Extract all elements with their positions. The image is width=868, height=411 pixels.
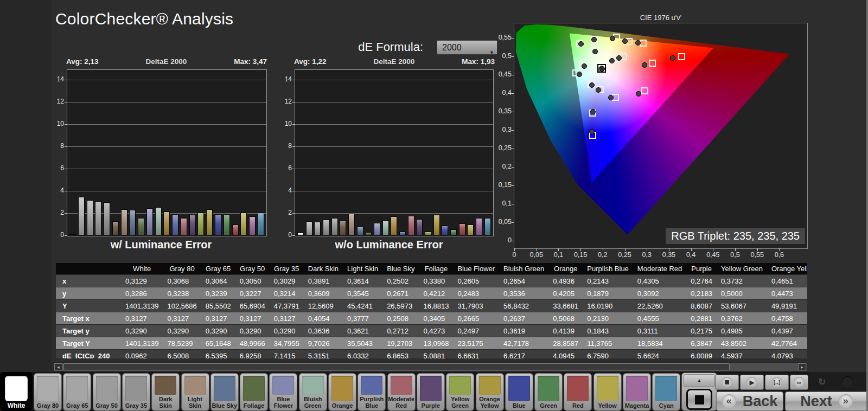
- table-cell: 0,1879: [583, 287, 633, 300]
- swatch-yellow-green[interactable]: Yellow Green: [446, 373, 474, 411]
- cie-x-tick-mark: [537, 248, 537, 251]
- table-cell: 85,5502: [201, 300, 235, 312]
- swatch-green[interactable]: Green: [534, 373, 563, 411]
- swatch-purple[interactable]: Purple: [417, 373, 445, 411]
- swatch-color-chip: [626, 376, 648, 401]
- table-cell: 0,3609: [304, 287, 343, 300]
- scrollbar-thumb[interactable]: [63, 363, 730, 370]
- table-cell: 65,1648: [201, 337, 235, 350]
- y-tick-label: 4: [280, 187, 292, 194]
- table-cell: 0,2881: [686, 312, 717, 325]
- measurement-table-wrap: WhiteGray 80Gray 65Gray 50Gray 35Dark Sk…: [56, 263, 807, 358]
- scroll-right-button[interactable]: ▸: [798, 363, 806, 370]
- table-cell: 34,7955: [270, 337, 304, 350]
- bar-blue-flower: [146, 208, 153, 235]
- swatch-gray-50[interactable]: Gray 50: [93, 373, 121, 411]
- row-label: Target Y: [56, 337, 121, 350]
- swatch-blue-sky[interactable]: Blue Sky: [210, 373, 239, 411]
- swatch-label: Orange Yellow: [476, 396, 503, 410]
- swatch-magenta[interactable]: Magenta: [623, 373, 651, 411]
- table-cell: 12,5609: [304, 300, 343, 312]
- swatch-color-chip: [449, 376, 471, 395]
- y-tick-label: 4: [52, 187, 64, 194]
- table-cell: 18,5834: [633, 337, 686, 350]
- swatch-blue-flower[interactable]: Blue Flower: [269, 373, 297, 411]
- swatch-orange-yellow[interactable]: Orange Yellow: [476, 373, 504, 411]
- y-tick-mark: [65, 80, 67, 80]
- bar-dark-skin: [112, 221, 119, 235]
- bar-cyan: [258, 213, 264, 235]
- row-label: x: [56, 275, 121, 287]
- swatch-white[interactable]: White: [0, 372, 33, 411]
- swatch-color-chip: [184, 376, 206, 395]
- table-cell: 23,5175: [453, 337, 499, 350]
- bar-foliage: [138, 218, 144, 235]
- cie-x-tick-label: 0,25: [613, 251, 637, 259]
- swatch-blue[interactable]: Blue: [505, 373, 533, 411]
- measured-marker-magenta: [636, 91, 641, 97]
- table-cell: 0,3092: [633, 287, 686, 300]
- table-cell: 0,3732: [717, 275, 767, 287]
- loop-button[interactable]: ∞: [790, 375, 808, 390]
- bar-light-skin: [348, 214, 355, 235]
- swatch-light-skin[interactable]: Light Skin: [181, 373, 209, 411]
- table-cell: 0,0962: [121, 350, 163, 359]
- table-cell: 42,7764: [767, 337, 807, 350]
- swatch-purplish-blue[interactable]: Purplish Blue: [358, 373, 386, 411]
- de-formula-dropdown[interactable]: 2000 ▼: [437, 40, 497, 55]
- next-button[interactable]: Next »: [785, 391, 868, 411]
- swatch-red[interactable]: Red: [564, 373, 592, 411]
- cie-title: CIE 1976 u'v': [514, 14, 807, 22]
- pattern-window-button[interactable]: [686, 389, 712, 410]
- play-button[interactable]: ▶: [740, 375, 764, 390]
- table-cell: 0,3405: [419, 312, 453, 325]
- table-cell: 0,3290: [121, 325, 163, 337]
- swatch-gray-35[interactable]: Gray 35: [122, 373, 150, 411]
- swatch-orange[interactable]: Orange: [328, 373, 356, 411]
- swatch-bluish-green[interactable]: Bluish Green: [299, 373, 327, 411]
- table-cell: 8,6087: [686, 300, 717, 312]
- table-cell: 0,2671: [382, 287, 419, 300]
- table-cell: 0,2175: [686, 325, 717, 337]
- column-header-bluish-green: Bluish Green: [499, 263, 548, 275]
- column-header-yellow-green: Yellow Green: [717, 263, 767, 275]
- target-marker-orange: [640, 40, 647, 47]
- stop-button[interactable]: [715, 375, 739, 390]
- swatch-gray-80[interactable]: Gray 80: [34, 373, 62, 411]
- table-scrollbar[interactable]: ◂ ▸: [53, 362, 807, 371]
- y-tick-label: 2: [280, 209, 292, 216]
- swatch-label: Gray 65: [63, 402, 91, 411]
- swatch-moderate-red[interactable]: Moderate Red: [387, 373, 416, 411]
- swatch-gray-65[interactable]: Gray 65: [63, 373, 91, 411]
- bar-green: [450, 229, 457, 235]
- cie-y-tick-mark: [512, 75, 514, 75]
- swatch-yellow[interactable]: Yellow: [593, 373, 622, 411]
- cie-y-tick-mark: [512, 56, 514, 57]
- swatch-color-chip: [361, 376, 382, 395]
- scroll-left-button[interactable]: ◂: [54, 363, 62, 370]
- collapse-button[interactable]: ▲: [684, 374, 715, 387]
- swatch-dark-skin[interactable]: Dark Skin: [151, 373, 180, 411]
- swatch-color-chip: [331, 376, 353, 401]
- swatch-foliage[interactable]: Foliage: [240, 373, 268, 411]
- column-header-purplish-blue: Purplish Blue: [583, 263, 633, 275]
- back-button[interactable]: « Back: [716, 391, 783, 411]
- refresh-icon[interactable]: ↻: [815, 376, 828, 389]
- table-cell: 33,6681: [548, 300, 583, 312]
- table-cell: 0,2637: [499, 312, 548, 325]
- column-header-white: White: [121, 263, 163, 275]
- table-cell: 0,5068: [548, 312, 583, 325]
- table-cell: 0,4397: [767, 325, 807, 337]
- cie-y-tick-mark: [512, 149, 514, 149]
- swatch-color-chip: [5, 376, 28, 401]
- pattern-square-icon: [695, 395, 704, 404]
- swatch-label: Magenta: [623, 402, 650, 411]
- step-button[interactable]: [‥]: [765, 375, 789, 390]
- measured-marker-light-skin: [609, 58, 615, 63]
- bar-gray-50: [323, 220, 329, 235]
- table-cell: 42,7178: [499, 337, 548, 350]
- swatch-cyan[interactable]: Cyan: [652, 373, 680, 411]
- de-formula-value: 2000: [442, 43, 462, 52]
- measured-marker-orange-yellow: [622, 38, 628, 44]
- y-tick-mark: [65, 169, 67, 169]
